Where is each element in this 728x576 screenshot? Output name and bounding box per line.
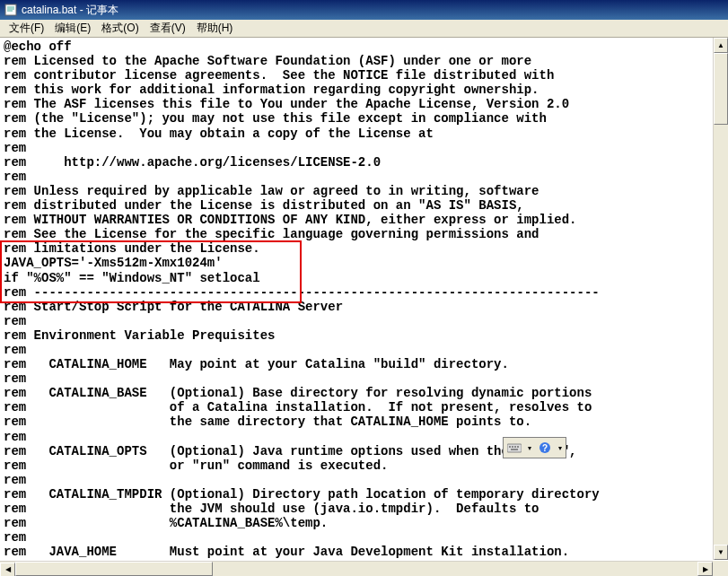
horizontal-scroll-thumb[interactable] xyxy=(15,562,213,576)
svg-text:?: ? xyxy=(542,443,548,453)
scrollbar-corner xyxy=(713,561,728,576)
ime-toolbar[interactable]: ▾ ? ▾ xyxy=(503,437,566,458)
svg-rect-5 xyxy=(509,446,511,448)
notepad-icon xyxy=(4,3,18,17)
menu-view[interactable]: 查看(V) xyxy=(145,19,191,38)
svg-rect-9 xyxy=(511,449,518,450)
ime-help-button[interactable]: ? xyxy=(535,439,555,457)
ime-keyboard-button[interactable] xyxy=(504,439,524,457)
vertical-scroll-thumb[interactable] xyxy=(714,53,728,125)
horizontal-scrollbar[interactable]: ◀ ▶ xyxy=(0,561,713,576)
svg-rect-0 xyxy=(5,4,16,15)
vertical-scrollbar[interactable]: ▲ ▼ xyxy=(713,38,728,560)
scroll-up-button[interactable]: ▲ xyxy=(714,38,728,53)
svg-rect-6 xyxy=(512,446,513,448)
menu-edit[interactable]: 编辑(E) xyxy=(49,19,96,38)
window-titlebar: catalina.bat - 记事本 xyxy=(0,0,728,20)
menu-help[interactable]: 帮助(H) xyxy=(191,19,239,38)
ime-help-dropdown[interactable]: ▾ xyxy=(556,444,565,452)
scroll-right-button[interactable]: ▶ xyxy=(697,562,713,576)
menu-file[interactable]: 文件(F) xyxy=(4,19,49,38)
scroll-left-button[interactable]: ◀ xyxy=(0,563,15,577)
svg-rect-8 xyxy=(517,446,519,448)
text-editor-area[interactable]: @echo off rem Licensed to the Apache Sof… xyxy=(0,38,728,560)
window-title: catalina.bat - 记事本 xyxy=(22,3,118,18)
ime-keyboard-dropdown[interactable]: ▾ xyxy=(525,444,534,452)
text-content[interactable]: @echo off rem Licensed to the Apache Sof… xyxy=(0,38,728,560)
menubar: 文件(F) 编辑(E) 格式(O) 查看(V) 帮助(H) xyxy=(0,20,728,38)
menu-format[interactable]: 格式(O) xyxy=(96,19,144,38)
svg-rect-4 xyxy=(507,444,522,452)
scroll-down-button[interactable]: ▼ xyxy=(714,545,728,560)
svg-rect-7 xyxy=(514,446,516,448)
